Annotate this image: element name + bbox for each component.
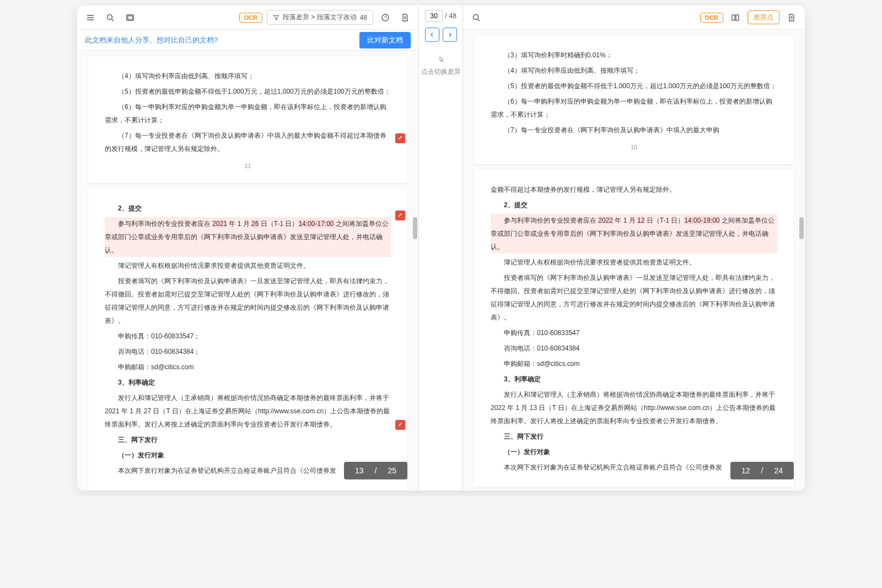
right-doc-page-2: 金额不得超过本期债券的发行规模，簿记管理人另有规定除外。 2、提交 参与利率询价…	[474, 170, 794, 487]
paragraph: （6）每一申购利率对应的申购金额为单一申购金额，即在该利率标位上，投资者的新增认…	[105, 100, 391, 127]
paragraph: （5）投资者的最低申购金额不得低于1,000万元，超过1,000万元的必须是10…	[491, 79, 777, 93]
help-icon[interactable]: ?	[378, 10, 393, 25]
right-toolbar: OCR 差异点	[463, 6, 805, 30]
next-diff-button[interactable]	[443, 28, 457, 42]
diff-marker[interactable]	[395, 420, 405, 430]
heading: 3、利率确定	[105, 376, 391, 389]
diff-marker[interactable]	[395, 133, 405, 143]
paragraph: （7）每一专业投资者在《网下利率询价及认购申请表》中填入的最大申购	[491, 123, 777, 137]
menu-icon[interactable]	[83, 10, 98, 25]
paragraph: （4）填写询价利率应由低到高、按顺序填写；	[491, 64, 777, 77]
page-total: 24	[774, 466, 783, 475]
ocr-button[interactable]: OCR	[700, 13, 723, 23]
paragraph: （3）填写询价利率时精确到0.01%；	[491, 48, 777, 62]
share-banner: 此文档来自他人分享。想对比自己的文档? 比对新文档	[77, 30, 418, 51]
right-content[interactable]: （3）填写询价利率时精确到0.01%； （4）填写询价利率应由低到高、按顺序填写…	[463, 30, 805, 490]
paragraph: 发行人和簿记管理人（主承销商）将根据询价情况协商确定本期债券的最终票面利率，并将…	[105, 391, 391, 431]
diff-current-input[interactable]	[425, 10, 443, 22]
paragraph: 金额不得超过本期债券的发行规模，簿记管理人另有规定除外。	[491, 183, 777, 196]
diff-marker[interactable]	[395, 211, 405, 220]
page-sep: /	[375, 466, 377, 475]
svg-point-0	[107, 14, 112, 19]
page-total: 25	[388, 466, 396, 475]
paragraph: 簿记管理人有权根据询价情况要求投资者提供其他资质证明文件。	[105, 259, 391, 272]
diff-filter-chip[interactable]: 段落差异 > 段落文字改动 48	[267, 10, 373, 25]
diff-paragraph: 参与利率询价的专业投资者应在 2021 年 1 月 26 日（T-1 日）14:…	[105, 217, 391, 257]
mail-line: 申购邮箱：sd@citics.com	[105, 360, 391, 374]
right-page-badge: 12 / 24	[730, 462, 794, 479]
banner-text: 此文档来自他人分享。想对比自己的文档?	[85, 35, 218, 45]
right-scrollbar[interactable]	[799, 30, 804, 490]
layout-icon[interactable]	[122, 10, 138, 25]
filter-icon	[273, 14, 279, 21]
paragraph: （6）每一申购利率对应的申购金额为单一申购金额，即在该利率标位上，投资者的新增认…	[491, 95, 777, 121]
counter-sep: /	[445, 12, 447, 20]
heading: （一）发行对象	[105, 449, 391, 462]
page-current: 12	[741, 466, 750, 475]
center-pane: / 48 点击切换差异	[419, 6, 463, 490]
pointer-icon	[437, 55, 445, 64]
left-doc-page-1: （4）填写询价利率应由低到高、按顺序填写； （5）投资者的最低申购金额不得低于1…	[88, 56, 407, 183]
cursor-hint	[437, 55, 445, 64]
heading: （一）发行对象	[491, 445, 777, 458]
filter-label: 段落差异 > 段落文字改动	[283, 13, 357, 22]
svg-rect-2	[128, 16, 132, 19]
svg-point-5	[474, 14, 478, 19]
heading: 2、提交	[491, 198, 777, 212]
heading: 3、利率确定	[491, 373, 777, 386]
svg-text:?: ?	[384, 15, 386, 20]
paragraph: 发行人和簿记管理人（主承销商）将根据询价情况协商确定本期债券的最终票面利率，并将…	[491, 388, 777, 428]
page-sep: /	[761, 466, 763, 475]
left-doc-page-2: 2、提交 参与利率询价的专业投资者应在 2021 年 1 月 26 日（T-1 …	[88, 188, 407, 490]
page-current: 13	[355, 466, 364, 475]
left-page-badge: 13 / 25	[344, 462, 407, 479]
paragraph: （4）填写询价利率应由低到高、按顺序填写；	[105, 69, 391, 83]
mail-line: 申购邮箱：sd@citics.com	[491, 357, 777, 370]
click-hint: 点击切换差异	[421, 67, 461, 77]
fax-line: 申购传真：010-60833547	[491, 326, 777, 339]
heading: 2、提交	[105, 202, 391, 215]
page-number: 11	[105, 160, 391, 172]
search-icon[interactable]	[103, 10, 118, 25]
diff-total: 48	[449, 12, 456, 20]
left-content[interactable]: （4）填写询价利率应由低到高、按顺序填写； （5）投资者的最低申购金额不得低于1…	[77, 51, 418, 490]
paragraph: 投资者填写的《网下利率询价及认购申请表》一旦发送至簿记管理人处，即具有法律约束力…	[491, 271, 777, 324]
svg-rect-6	[732, 15, 735, 20]
paragraph: 投资者填写的《网下利率询价及认购申请表》一旦发送至簿记管理人处，即具有法律约束力…	[105, 274, 391, 327]
heading: 三、网下发行	[105, 433, 391, 446]
app-root: OCR 段落差异 > 段落文字改动 48 ? 此文档来自他人分享。想对比自己的文…	[77, 6, 805, 490]
tel-line: 咨询电话：010-60834384；	[105, 345, 391, 358]
paragraph: （7）每一专业投资者在《网下询价及认购申请表》中填入的最大申购金额不得超过本期债…	[105, 129, 391, 155]
nav-arrows	[425, 28, 457, 42]
page-number: 10	[491, 141, 777, 153]
diff-counter: / 48	[425, 10, 456, 22]
document-icon[interactable]	[397, 10, 413, 25]
right-doc-page-1: （3）填写询价利率时精确到0.01%； （4）填写询价利率应由低到高、按顺序填写…	[474, 35, 794, 164]
ocr-button[interactable]: OCR	[239, 13, 262, 23]
tel-line: 咨询电话：010-60834384	[491, 342, 777, 355]
compare-new-button[interactable]: 比对新文档	[359, 32, 411, 48]
heading: 三、网下发行	[491, 430, 777, 443]
filter-count: 48	[360, 14, 367, 21]
left-toolbar: OCR 段落差异 > 段落文字改动 48 ?	[77, 6, 418, 30]
prev-diff-button[interactable]	[425, 28, 439, 42]
left-pane: OCR 段落差异 > 段落文字改动 48 ? 此文档来自他人分享。想对比自己的文…	[77, 6, 419, 490]
right-pane: OCR 差异点 （3）填写询价利率时精确到0.01%； （4）填写询价利率应由低…	[463, 6, 805, 490]
paragraph: （5）投资者的最低申购金额不得低于1,000万元，超过1,000万元的必须是10…	[105, 85, 391, 98]
fax-line: 申购传真：010-60833547；	[105, 330, 391, 343]
columns-icon[interactable]	[728, 10, 743, 25]
svg-rect-7	[736, 15, 739, 20]
document-icon[interactable]	[784, 10, 799, 25]
diff-points-button[interactable]: 差异点	[747, 10, 779, 24]
diff-paragraph: 参与利率询价的专业投资者应在 2022 年 1 月 12 日（T-1 日）14:…	[491, 214, 777, 253]
paragraph: 簿记管理人有权根据询价情况要求投资者提供其他资质证明文件。	[491, 256, 777, 269]
search-icon[interactable]	[469, 10, 484, 25]
left-scrollbar[interactable]	[413, 30, 417, 490]
